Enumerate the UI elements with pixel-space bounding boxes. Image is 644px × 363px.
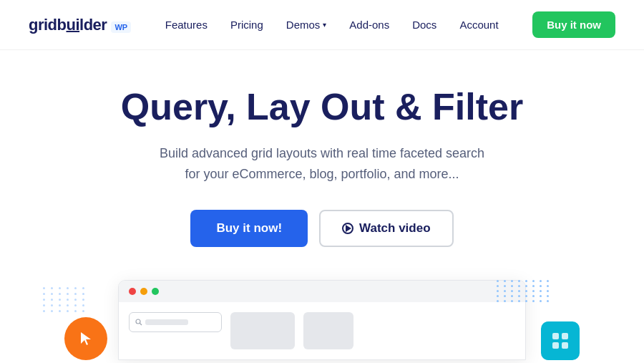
hero-subtitle: Build advanced grid layouts with real ti…	[160, 143, 484, 185]
window-maximize-dot	[152, 288, 159, 295]
card-placeholder-1	[230, 312, 295, 349]
browser-content	[119, 302, 525, 359]
cursor-icon	[75, 328, 97, 349]
dots-pattern-left: // inject 30 dots inline via JS document…	[43, 287, 87, 312]
hero-buttons: Buy it now! Watch video	[190, 210, 453, 247]
search-placeholder-bar	[145, 319, 188, 325]
svg-point-0	[136, 319, 140, 324]
card-placeholder-2	[303, 312, 353, 349]
browser-window	[118, 280, 526, 360]
chevron-down-icon: ▾	[323, 21, 326, 29]
nav-links: Features Pricing Demos ▾ Add-ons Docs Ac…	[165, 19, 499, 32]
search-bar-preview	[129, 312, 222, 332]
logo-text: gridbuilder	[29, 16, 107, 34]
nav-pricing[interactable]: Pricing	[230, 19, 263, 31]
svg-rect-2	[552, 333, 559, 339]
left-side-icon	[64, 317, 107, 360]
watch-video-button[interactable]: Watch video	[319, 210, 454, 247]
play-icon	[342, 223, 353, 234]
logo[interactable]: gridbuilder WP	[29, 16, 131, 34]
nav-buy-button[interactable]: Buy it now	[532, 11, 615, 38]
nav-features[interactable]: Features	[165, 19, 208, 31]
browser-titlebar	[119, 281, 525, 302]
search-icon	[135, 319, 142, 326]
play-triangle-icon	[346, 225, 351, 232]
nav-demos[interactable]: Demos ▾	[286, 19, 327, 31]
dots-pattern-right: document.currentScript.insertAdjacentHTM…	[497, 280, 551, 302]
svg-rect-4	[552, 342, 559, 349]
window-minimize-dot	[140, 288, 147, 295]
hero-title: Query, Lay Out & Filter	[121, 86, 523, 129]
nav-account[interactable]: Account	[459, 19, 498, 31]
buy-now-button[interactable]: Buy it now!	[190, 210, 308, 247]
preview-area: // inject 30 dots inline via JS document…	[0, 280, 644, 360]
navbar: gridbuilder WP Features Pricing Demos ▾ …	[0, 0, 644, 50]
svg-line-1	[140, 324, 142, 326]
right-side-icon	[541, 321, 580, 360]
window-close-dot	[129, 288, 136, 295]
svg-rect-3	[562, 333, 568, 339]
grid-icon	[550, 331, 570, 351]
nav-addons[interactable]: Add-ons	[349, 19, 389, 31]
svg-rect-5	[562, 342, 568, 349]
logo-wp-badge: WP	[111, 21, 131, 33]
hero-section: Query, Lay Out & Filter Build advanced g…	[0, 50, 644, 268]
nav-docs[interactable]: Docs	[412, 19, 436, 31]
